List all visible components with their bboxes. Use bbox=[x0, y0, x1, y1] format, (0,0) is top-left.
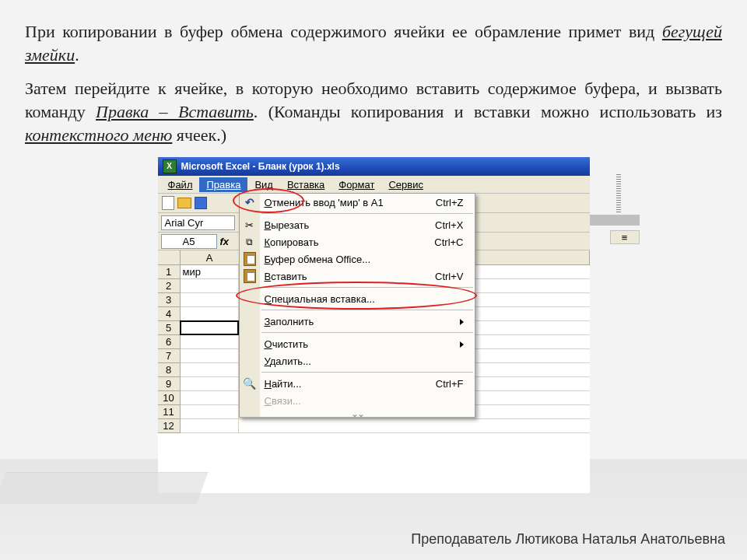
explanatory-text: При копировании в буфер обмена содержимо… bbox=[0, 0, 747, 146]
menu-item: Связи... bbox=[240, 392, 475, 409]
menu-item-label: Буфер обмена Office... bbox=[265, 254, 371, 264]
menu-tools[interactable]: Сервис bbox=[381, 177, 430, 192]
menu-item[interactable]: Заполнить bbox=[240, 313, 475, 330]
text: ячеек.) bbox=[172, 125, 226, 145]
new-file-icon bbox=[162, 196, 174, 210]
save-button[interactable] bbox=[194, 196, 208, 210]
cell-A7[interactable] bbox=[181, 349, 239, 363]
binoculars-icon: 🔍 bbox=[243, 378, 256, 389]
cell-A8[interactable] bbox=[181, 363, 239, 377]
row-header[interactable]: 2 bbox=[158, 279, 181, 293]
row-header[interactable]: 5 bbox=[158, 321, 181, 335]
menu-item-shortcut: Ctrl+V bbox=[435, 271, 463, 282]
align-justify-button[interactable]: ≡ bbox=[610, 230, 640, 244]
menu-item-shortcut: Ctrl+C bbox=[434, 237, 463, 247]
save-icon bbox=[195, 197, 207, 209]
text: . bbox=[75, 45, 79, 65]
menu-item[interactable]: Удалить... bbox=[240, 352, 475, 369]
folder-open-icon bbox=[177, 198, 191, 208]
row-header[interactable]: 4 bbox=[158, 307, 181, 321]
menu-item[interactable]: ✂ВырезатьCtrl+X bbox=[240, 216, 475, 233]
row: 12 bbox=[158, 419, 590, 433]
cell-A2[interactable] bbox=[181, 279, 239, 293]
cell-A4[interactable] bbox=[181, 307, 239, 321]
row-header[interactable]: 1 bbox=[158, 265, 181, 279]
row-header[interactable]: 3 bbox=[158, 293, 181, 307]
name-box-value: A5 bbox=[183, 236, 195, 247]
row-header[interactable]: 7 bbox=[158, 349, 181, 363]
open-file-button[interactable] bbox=[177, 196, 191, 210]
select-all-corner[interactable] bbox=[158, 250, 181, 264]
new-file-button[interactable] bbox=[161, 196, 175, 210]
menu-separator bbox=[261, 287, 473, 288]
row-header[interactable]: 6 bbox=[158, 335, 181, 349]
menu-edit[interactable]: Правка bbox=[199, 177, 247, 192]
menu-format[interactable]: Формат bbox=[331, 177, 381, 192]
menu-item-label: Удалить... bbox=[265, 356, 311, 366]
cell-A10[interactable] bbox=[181, 391, 239, 405]
cell-A9[interactable] bbox=[181, 377, 239, 391]
undo-icon: ↶ bbox=[245, 197, 254, 208]
row-header[interactable]: 12 bbox=[158, 419, 181, 433]
font-name-value: Arial Cyr bbox=[165, 218, 204, 228]
cropped-toolbar-fragment: ≡ bbox=[590, 157, 644, 493]
cell-A5[interactable] bbox=[180, 320, 239, 335]
menu-item-shortcut: Ctrl+X bbox=[435, 220, 463, 230]
cell-rest[interactable] bbox=[239, 419, 590, 433]
cell-A6[interactable] bbox=[181, 335, 239, 349]
menu-view[interactable]: Вид bbox=[247, 177, 280, 192]
menu-item-label: Очистить bbox=[265, 339, 309, 349]
fx-icon[interactable]: fx bbox=[220, 236, 230, 247]
toolbar-grip-icon bbox=[616, 174, 621, 213]
submenu-arrow-icon bbox=[460, 317, 464, 327]
col-header-A[interactable]: A bbox=[181, 250, 240, 264]
row-header[interactable]: 8 bbox=[158, 363, 181, 377]
menu-item-label: Найти... bbox=[265, 379, 302, 389]
row-header[interactable]: 9 bbox=[158, 377, 181, 391]
window-title: Microsoft Excel - Бланк (урок 1).xls bbox=[181, 162, 340, 171]
menu-insert[interactable]: Вставка bbox=[280, 177, 331, 192]
row-header[interactable]: 10 bbox=[158, 391, 181, 405]
menu-item-shortcut: Ctrl+Z bbox=[436, 198, 464, 208]
text: . (Команды копирования и вставки можно и… bbox=[254, 102, 722, 121]
menu-separator bbox=[261, 332, 473, 333]
menu-item-label: Отменить ввод 'мир' в A1 bbox=[265, 198, 384, 208]
copy-icon: ⧉ bbox=[246, 237, 253, 247]
menu-bar[interactable]: Файл Правка Вид Вставка Формат Сервис bbox=[158, 176, 590, 194]
text: При копировании в буфер обмена содержимо… bbox=[25, 22, 662, 41]
menu-item-label: Заполнить bbox=[265, 317, 314, 327]
menu-item-label: Вырезать bbox=[265, 220, 310, 230]
menu-item-label: Специальная вставка... bbox=[265, 294, 375, 304]
edit-menu-dropdown[interactable]: ↶Отменить ввод 'мир' в A1Ctrl+Z✂Вырезать… bbox=[239, 193, 475, 418]
menu-file[interactable]: Файл bbox=[161, 177, 200, 192]
window-titlebar: Microsoft Excel - Бланк (урок 1).xls bbox=[158, 157, 590, 176]
menu-item[interactable]: ⧉КопироватьCtrl+C bbox=[240, 233, 475, 250]
menu-item[interactable]: ВставитьCtrl+V bbox=[240, 268, 475, 285]
menu-item[interactable]: Буфер обмена Office... bbox=[240, 250, 475, 268]
row-header[interactable]: 11 bbox=[158, 405, 181, 419]
menu-item-shortcut: Ctrl+F bbox=[436, 379, 464, 389]
menu-item-label: Вставить bbox=[265, 271, 307, 282]
context-menu-term: контекстного меню bbox=[25, 125, 172, 145]
cell-A12[interactable] bbox=[181, 419, 239, 433]
menu-item[interactable]: Очистить bbox=[240, 335, 475, 352]
slide-footer-author: Преподаватель Лютикова Наталья Анатольев… bbox=[411, 531, 725, 548]
menu-item[interactable]: Специальная вставка... bbox=[240, 290, 475, 307]
menu-item[interactable]: 🔍Найти...Ctrl+F bbox=[240, 375, 475, 392]
menu-item-label: Связи... bbox=[265, 396, 301, 406]
menu-separator bbox=[261, 372, 473, 373]
font-name-selector[interactable]: Arial Cyr bbox=[161, 215, 235, 230]
cell-A1[interactable]: мир bbox=[181, 265, 239, 279]
command-name: Правка – Вставить bbox=[96, 102, 254, 121]
clipboard-icon bbox=[244, 269, 256, 283]
cell-A3[interactable] bbox=[181, 293, 239, 307]
menu-item[interactable]: ↶Отменить ввод 'мир' в A1Ctrl+Z bbox=[240, 194, 475, 211]
paragraph-2: Затем перейдите к ячейке, в которую необ… bbox=[25, 77, 722, 146]
cell-A11[interactable] bbox=[181, 405, 239, 419]
paragraph-1: При копировании в буфер обмена содержимо… bbox=[25, 20, 722, 66]
clipboard-icon bbox=[244, 252, 256, 266]
name-box[interactable]: A5 bbox=[161, 234, 217, 249]
menu-expand-chevron[interactable]: ⌄⌄ bbox=[240, 409, 475, 417]
cropped-bar bbox=[590, 215, 640, 226]
slide-decoration bbox=[0, 472, 208, 504]
